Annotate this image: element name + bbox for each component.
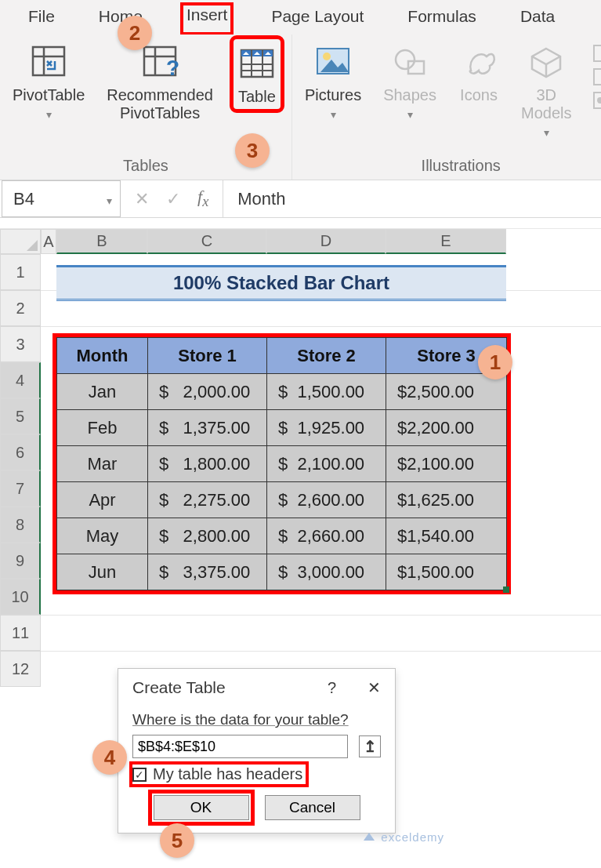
tab-page-layout[interactable]: Page Layout: [265, 4, 370, 34]
fx-icon[interactable]: fx: [197, 187, 208, 210]
row-header[interactable]: 4: [0, 362, 41, 398]
table-header[interactable]: Month: [57, 338, 148, 374]
table-cell[interactable]: $ 1,800.00: [148, 446, 267, 482]
dropdown-icon: [107, 189, 112, 209]
row-header[interactable]: 3: [0, 326, 41, 362]
row-header[interactable]: 8: [0, 507, 41, 543]
pictures-label: Pictures: [305, 86, 361, 104]
more-illustrations-button[interactable]: +: [585, 41, 601, 151]
name-box[interactable]: B4: [2, 180, 121, 217]
watermark: exceldemy: [362, 830, 444, 844]
row-header[interactable]: 5: [0, 398, 41, 434]
recommended-pivottables-button[interactable]: ? Recommended PivotTables: [99, 41, 221, 151]
row-header[interactable]: 6: [0, 434, 41, 470]
formula-bar: B4 ✕ ✓ fx Month: [0, 180, 601, 218]
pictures-button[interactable]: Pictures: [297, 41, 369, 151]
table-cell[interactable]: $ 2,275.00: [148, 482, 267, 518]
table-header[interactable]: Store 2: [267, 338, 386, 374]
tab-data[interactable]: Data: [514, 4, 561, 34]
step-badge-4: 4: [92, 740, 127, 775]
svg-marker-28: [364, 833, 375, 841]
table-cell[interactable]: $ 2,600.00: [267, 482, 386, 518]
ok-button[interactable]: OK: [154, 795, 249, 820]
table-cell[interactable]: Jun: [57, 554, 148, 590]
3d-models-button[interactable]: 3D Models: [513, 41, 579, 151]
dropdown-icon: [544, 122, 549, 140]
help-icon[interactable]: ?: [328, 679, 336, 697]
table-cell[interactable]: $ 1,375.00: [148, 410, 267, 446]
row-header[interactable]: 2: [0, 290, 41, 326]
pivottable-button[interactable]: PivotTable: [5, 41, 92, 151]
table-cell[interactable]: Apr: [57, 482, 148, 518]
data-table[interactable]: Month Store 1 Store 2 Store 3 Jan$ 2,000…: [56, 337, 507, 590]
table-cell[interactable]: $ 2,660.00: [267, 518, 386, 554]
table-cell[interactable]: Mar: [57, 446, 148, 482]
headers-checkbox[interactable]: ✓ My table has headers: [132, 764, 306, 784]
shapes-button[interactable]: Shapes: [375, 41, 444, 151]
col-header[interactable]: E: [386, 229, 506, 254]
table-cell[interactable]: $2,500.00: [386, 374, 507, 410]
step-badge-3: 3: [235, 133, 270, 168]
col-header[interactable]: A: [41, 229, 56, 254]
tab-insert[interactable]: Insert: [180, 2, 234, 35]
table-cell[interactable]: $1,500.00: [386, 554, 507, 590]
checkbox-icon: ✓: [132, 768, 147, 782]
step-badge-5: 5: [160, 823, 194, 858]
tab-file[interactable]: File: [22, 4, 61, 34]
table-cell[interactable]: May: [57, 518, 148, 554]
row-header[interactable]: 1: [0, 254, 41, 290]
select-all-button[interactable]: [0, 229, 41, 254]
table-cell[interactable]: $ 2,000.00: [148, 374, 267, 410]
tab-formulas[interactable]: Formulas: [401, 4, 483, 34]
range-input[interactable]: [132, 735, 348, 758]
fill-handle[interactable]: [503, 587, 509, 593]
shapes-label: Shapes: [383, 86, 436, 104]
table-cell[interactable]: $1,625.00: [386, 482, 507, 518]
col-header[interactable]: B: [56, 229, 147, 254]
table-cell[interactable]: $ 2,100.00: [267, 446, 386, 482]
step-badge-2: 2: [118, 16, 152, 50]
group-illustrations: Pictures Shapes Icons 3D Mode: [292, 35, 601, 180]
table-cell[interactable]: $ 3,375.00: [148, 554, 267, 590]
pictures-icon: [313, 41, 353, 82]
svg-text:?: ?: [166, 56, 179, 80]
col-header[interactable]: C: [147, 229, 266, 254]
table-cell[interactable]: $2,100.00: [386, 446, 507, 482]
dropdown-icon: [46, 104, 52, 122]
col-header[interactable]: D: [266, 229, 386, 254]
row-header[interactable]: 12: [0, 651, 41, 687]
table-cell[interactable]: $2,200.00: [386, 410, 507, 446]
svg-rect-0: [33, 47, 64, 75]
group-illustrations-label: Illustrations: [422, 157, 501, 180]
icons-button[interactable]: Icons: [451, 41, 507, 151]
table-icon: [237, 42, 277, 83]
table-cell[interactable]: $ 3,000.00: [267, 554, 386, 590]
close-icon[interactable]: ✕: [367, 678, 381, 697]
worksheet-grid: 1 2 3 4 5 6 7 8 9 10 11 12 A B C D E 100…: [0, 229, 601, 687]
3d-models-icon: [526, 41, 567, 82]
icons-label: Icons: [460, 86, 498, 104]
cancel-button[interactable]: Cancel: [265, 795, 360, 820]
table-cell[interactable]: $ 2,800.00: [148, 518, 267, 554]
table-cell[interactable]: Feb: [57, 410, 148, 446]
svg-marker-23: [594, 45, 601, 61]
table-header[interactable]: Store 1: [148, 338, 267, 374]
table-label: Table: [238, 88, 276, 106]
3d-models-label: 3D Models: [521, 86, 571, 122]
formula-input[interactable]: Month: [223, 180, 601, 217]
recommended-label: Recommended PivotTables: [107, 86, 213, 122]
row-header[interactable]: 9: [0, 543, 41, 579]
table-cell[interactable]: $ 1,500.00: [267, 374, 386, 410]
cancel-icon[interactable]: ✕: [135, 189, 149, 209]
table-cell[interactable]: Jan: [57, 374, 148, 410]
range-picker-button[interactable]: ↥: [359, 735, 381, 757]
row-header[interactable]: 10: [0, 579, 41, 615]
svg-point-26: [597, 97, 601, 104]
table-cell[interactable]: $1,540.00: [386, 518, 507, 554]
title-cell[interactable]: 100% Stacked Bar Chart: [56, 265, 506, 301]
row-header[interactable]: 11: [0, 615, 41, 651]
row-header[interactable]: 7: [0, 470, 41, 507]
table-cell[interactable]: $ 1,925.00: [267, 410, 386, 446]
enter-icon[interactable]: ✓: [166, 189, 180, 209]
dropdown-icon: [331, 104, 336, 122]
